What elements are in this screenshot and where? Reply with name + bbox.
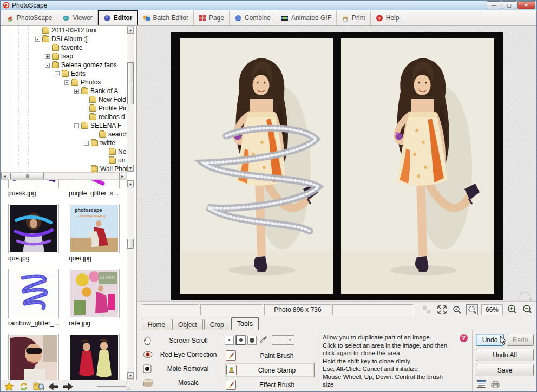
scroll-up-arrow[interactable]: ▲	[127, 27, 134, 34]
mosaic-tool[interactable]: Mosaic	[143, 376, 220, 390]
tree-item[interactable]: -twitte	[1, 139, 127, 147]
brush-size-small-button[interactable]	[225, 336, 234, 345]
tab-home[interactable]: Home	[142, 319, 171, 330]
tree-item[interactable]: Profile Pic	[1, 104, 127, 113]
editor-canvas[interactable]	[137, 26, 537, 301]
scroll-down-arrow[interactable]: ▼	[127, 165, 134, 172]
tree-item[interactable]: recibos d	[1, 113, 127, 121]
mole-removal-tool[interactable]: Mole Removal	[143, 362, 220, 376]
tree-item[interactable]: un	[1, 156, 127, 165]
thumbnail-size-slider[interactable]	[97, 382, 130, 391]
tree-item[interactable]: 2011-03-12 toni	[1, 26, 127, 35]
tree-expander[interactable]	[102, 149, 107, 154]
zoom-level-value[interactable]: 66%	[481, 304, 503, 315]
tab-tools[interactable]: Tools	[231, 317, 259, 330]
tree-vertical-scrollbar[interactable]: ▲ ▼	[127, 26, 134, 172]
brush-option-dropdown[interactable]	[272, 335, 294, 345]
scroll-thumb[interactable]	[127, 239, 134, 249]
tree-expander[interactable]: -	[84, 141, 89, 146]
tree-expander[interactable]: -	[74, 123, 79, 128]
tree-item[interactable]: -Edits	[1, 69, 127, 78]
tree-item[interactable]: favorite	[1, 43, 127, 52]
thumbnail[interactable]: puesk.jpg	[8, 180, 62, 197]
tree-expander[interactable]: -	[45, 63, 50, 68]
titlebar[interactable]: PhotoScape — ▢ ✕	[1, 1, 537, 10]
zoom-in-icon[interactable]	[506, 304, 518, 315]
zoom-fit-icon[interactable]	[466, 304, 478, 315]
tab-page[interactable]: Page	[194, 10, 230, 25]
screen-scroll-tool[interactable]: Screen Scroll	[143, 334, 220, 348]
tool-help-icon[interactable]: ?	[460, 334, 468, 342]
scroll-thumb[interactable]	[10, 173, 44, 179]
undo-all-button[interactable]: Undo All	[476, 349, 534, 361]
tree-expander[interactable]	[102, 158, 107, 163]
thumbnail[interactable]: photoscape• Numilber Meeting quei.jpg	[69, 204, 123, 262]
thumbnail[interactable]: rainbow_glitter_...	[8, 269, 62, 327]
forward-arrow-icon[interactable]	[62, 382, 73, 391]
eyedropper-icon[interactable]	[259, 336, 267, 344]
tree-item[interactable]: search	[1, 130, 127, 139]
tab-combine[interactable]: Combine	[230, 10, 276, 25]
red-eye-correction-tool[interactable]: Red Eye Correction	[143, 348, 220, 362]
tree-expander[interactable]: +	[45, 54, 50, 59]
tree-expander[interactable]	[45, 45, 50, 50]
undo-button[interactable]: Undo	[476, 334, 504, 346]
clone-stamp-tool[interactable]: Clone Stamp	[225, 363, 315, 377]
scroll-left-arrow[interactable]: ◄	[1, 173, 8, 179]
brush-size-medium-button[interactable]	[236, 336, 245, 345]
tree-horizontal-scrollbar[interactable]: ◄ ►	[1, 172, 127, 180]
tree-item[interactable]: -Selena gomez fans	[1, 61, 127, 69]
tab-editor[interactable]: Editor	[98, 10, 138, 25]
scroll-up-arrow[interactable]: ▲	[127, 180, 134, 187]
tab-print[interactable]: Print	[337, 10, 371, 25]
tree-expander[interactable]	[35, 28, 40, 33]
tree-item[interactable]: -DSI Album ;]	[1, 35, 127, 43]
thumbnail[interactable]: purple_glitter_s...	[69, 180, 123, 197]
refresh-icon[interactable]	[18, 382, 29, 391]
paint-brush-tool[interactable]: Paint Brush	[225, 348, 315, 363]
printer-icon[interactable]	[490, 380, 500, 388]
tab-photoscape[interactable]: PhotoScape	[2, 10, 57, 25]
folder-search-icon[interactable]	[33, 382, 44, 391]
tree-item[interactable]: +Bank of A	[1, 87, 127, 95]
tab-help[interactable]: ? Help	[371, 10, 405, 25]
tree-expander[interactable]	[92, 132, 97, 137]
zoom-actual-size-icon[interactable]	[451, 304, 463, 315]
thumbnail[interactable]	[8, 334, 62, 380]
maximize-button[interactable]: ▢	[502, 1, 516, 9]
tree-item[interactable]: Wall Phot	[1, 165, 127, 172]
tree-expander[interactable]	[82, 106, 87, 111]
zoom-out-icon[interactable]	[521, 304, 533, 315]
tree-expander[interactable]: -	[64, 80, 69, 85]
tree-expander[interactable]: -	[35, 37, 40, 42]
fit-window-icon[interactable]	[436, 304, 448, 315]
scroll-down-arrow[interactable]: ▼	[127, 372, 134, 379]
scroll-thumb[interactable]	[127, 62, 134, 104]
tree-item[interactable]: -Photos	[1, 78, 127, 87]
slider-knob[interactable]	[126, 383, 130, 390]
back-arrow-icon[interactable]	[48, 382, 58, 391]
thumbnail[interactable]: que.jpg	[8, 204, 62, 262]
tree-expander[interactable]	[84, 167, 89, 172]
thumbnail[interactable]: CHAIN rate.jpg	[69, 269, 123, 327]
tab-batch-editor[interactable]: Batch Editor	[138, 10, 194, 25]
tree-expander[interactable]	[82, 97, 87, 102]
photo-preview[interactable]	[171, 32, 503, 300]
tab-viewer[interactable]: Viewer	[57, 10, 97, 25]
effect-brush-tool[interactable]: Effect Brush	[225, 377, 315, 392]
redo-button[interactable]: Redo	[507, 334, 534, 346]
favorites-star-icon[interactable]	[4, 382, 15, 391]
tab-object[interactable]: Object	[172, 319, 203, 330]
thumbnail-vertical-scrollbar[interactable]: ▲ ▼	[127, 180, 134, 380]
thumbnail[interactable]	[69, 334, 123, 380]
tree-expander[interactable]	[82, 115, 87, 120]
tree-item[interactable]: New Fold	[1, 95, 127, 104]
minimize-button[interactable]: —	[487, 1, 501, 9]
save-button[interactable]: Save	[476, 364, 534, 376]
tree-item[interactable]: -SELENA F	[1, 121, 127, 130]
scroll-right-arrow[interactable]: ►	[119, 173, 126, 179]
tab-crop[interactable]: Crop	[204, 319, 230, 330]
brush-size-large-button[interactable]	[247, 336, 257, 345]
file-list-icon[interactable]	[477, 380, 486, 388]
tree-item[interactable]: Ne	[1, 147, 127, 156]
